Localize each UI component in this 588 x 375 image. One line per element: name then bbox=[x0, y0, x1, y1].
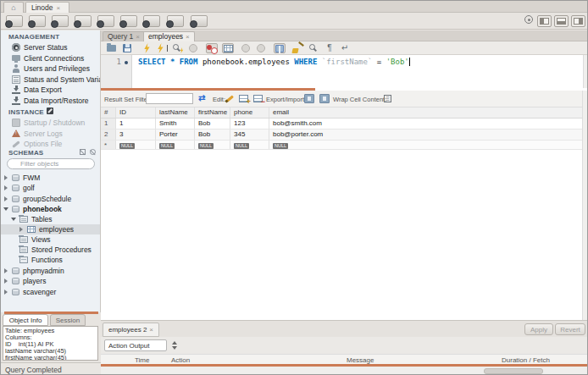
chevron-right-icon[interactable] bbox=[4, 175, 8, 180]
chevron-right-icon[interactable] bbox=[19, 227, 23, 232]
chevron-right-icon[interactable] bbox=[4, 290, 8, 295]
sidebar-item-users-privileges[interactable]: Users and Privileges bbox=[1, 63, 101, 74]
toggle-stop-on-error-icon[interactable] bbox=[206, 43, 218, 53]
cell-id[interactable]: 3 bbox=[116, 130, 156, 140]
save-script-icon[interactable] bbox=[122, 43, 134, 53]
export-recordset-icon[interactable] bbox=[304, 94, 314, 103]
execute-icon[interactable] bbox=[141, 43, 153, 53]
chevron-right-icon[interactable] bbox=[4, 278, 8, 284]
schema-tree-item-views[interactable]: Views bbox=[1, 234, 101, 245]
sidebar-item-client-connections[interactable]: Client Connections bbox=[1, 53, 101, 63]
create-procedure-icon[interactable] bbox=[143, 15, 160, 27]
sql-code-editor[interactable]: 1 SELECT * FROM phonebook.employees WHER… bbox=[101, 55, 588, 88]
create-schema-icon[interactable] bbox=[75, 15, 92, 27]
cell-email[interactable]: bob@porter.com bbox=[269, 130, 582, 140]
stop-icon[interactable] bbox=[188, 43, 200, 53]
revert-button[interactable]: Revert bbox=[555, 323, 585, 335]
table-row[interactable]: 1 1 Smith Bob 123 bob@smith.com bbox=[101, 119, 582, 130]
schema-tree-item-phonebook[interactable]: phonebook bbox=[1, 204, 101, 214]
search-table-data-icon[interactable] bbox=[167, 15, 184, 27]
refresh-icon[interactable]: ⇄ bbox=[198, 93, 205, 102]
tab-query-1[interactable]: Query 1× bbox=[103, 31, 145, 41]
toggle-bottom-panel-button[interactable] bbox=[554, 15, 569, 27]
create-table-icon[interactable] bbox=[97, 15, 114, 27]
chevron-right-icon[interactable] bbox=[4, 185, 8, 190]
result-side-panel-strip[interactable] bbox=[582, 91, 588, 320]
close-icon[interactable]: × bbox=[57, 4, 61, 12]
schema-filter-input[interactable] bbox=[7, 158, 95, 169]
cell-null[interactable]: NULL bbox=[195, 141, 230, 149]
sidebar-item-options-file[interactable]: Options File bbox=[1, 139, 101, 149]
schema-tree-item-fwm[interactable]: FWM bbox=[1, 173, 101, 183]
column-header-lastname[interactable]: lastName bbox=[156, 108, 195, 118]
schema-tree-item-phpmyadmin[interactable]: phpmyadmin bbox=[1, 266, 101, 276]
wrap-text-icon[interactable]: ↵ bbox=[339, 43, 351, 53]
column-header-duration[interactable]: Duration / Fetch bbox=[502, 356, 550, 364]
toggle-autocommit-icon[interactable] bbox=[274, 43, 286, 53]
open-sql-script-icon[interactable] bbox=[29, 15, 46, 27]
cell-null[interactable]: NULL bbox=[269, 141, 582, 149]
column-header-action[interactable]: Action bbox=[171, 356, 190, 364]
open-script-icon[interactable] bbox=[106, 43, 118, 53]
column-header-phone[interactable]: phone bbox=[230, 108, 269, 118]
expand-schemas-icon[interactable] bbox=[80, 149, 86, 155]
sidebar-item-data-export[interactable]: Data Export bbox=[1, 85, 101, 95]
cell-firstname[interactable]: Bob bbox=[195, 119, 230, 129]
cell-email[interactable]: bob@smith.com bbox=[269, 119, 582, 129]
wrap-cell-content-icon[interactable]: Ξ bbox=[384, 95, 391, 102]
output-selector[interactable]: Action Output bbox=[104, 339, 167, 351]
cell-phone[interactable]: 123 bbox=[230, 119, 269, 129]
close-icon[interactable]: × bbox=[186, 33, 190, 41]
rollback-icon[interactable] bbox=[256, 43, 268, 53]
delete-row-icon[interactable] bbox=[253, 95, 263, 102]
toggle-right-panel-button[interactable] bbox=[571, 15, 585, 27]
import-records-icon[interactable] bbox=[319, 94, 330, 103]
schema-tree-item-employees[interactable]: employees bbox=[1, 224, 101, 234]
schema-tree-item-functions[interactable]: Functions bbox=[1, 255, 101, 265]
cell-phone[interactable]: 345 bbox=[230, 130, 269, 140]
schema-tree-item-stored-procedures[interactable]: Stored Procedures bbox=[1, 245, 101, 255]
limit-rows-icon[interactable] bbox=[222, 43, 234, 53]
scrollbar-thumb[interactable] bbox=[484, 368, 543, 374]
chevron-down-icon[interactable] bbox=[11, 218, 16, 221]
sidebar-item-data-import-restore[interactable]: Data Import/Restore bbox=[1, 96, 101, 106]
new-sql-tab-icon[interactable] bbox=[6, 15, 23, 27]
output-selector-stepper[interactable] bbox=[170, 339, 178, 351]
invisible-characters-icon[interactable]: ¶ bbox=[324, 43, 336, 53]
cell-null[interactable]: NULL bbox=[156, 141, 195, 149]
tab-employees-2[interactable]: employees 2× bbox=[103, 323, 159, 337]
commit-icon[interactable] bbox=[241, 43, 252, 53]
apply-button[interactable]: Apply bbox=[524, 323, 553, 335]
chevron-right-icon[interactable] bbox=[4, 268, 8, 273]
execute-current-statement-icon[interactable] bbox=[157, 43, 169, 53]
cell-null[interactable]: NULL bbox=[230, 141, 269, 149]
column-header-message[interactable]: Message bbox=[347, 356, 374, 364]
cell-firstname[interactable]: Bob bbox=[195, 130, 230, 140]
close-icon[interactable]: × bbox=[136, 33, 140, 41]
chevron-down-icon[interactable] bbox=[3, 207, 8, 211]
schema-tree-item-groupschedule[interactable]: groupSchedule bbox=[1, 194, 101, 204]
column-header-time[interactable]: Time bbox=[135, 356, 149, 364]
preferences-icon[interactable] bbox=[524, 15, 533, 24]
sql-statement[interactable]: SELECT * FROM phonebook.employees WHERE … bbox=[138, 58, 410, 66]
refresh-schemas-icon[interactable] bbox=[90, 149, 96, 155]
column-header-id[interactable]: ID bbox=[116, 108, 156, 118]
explain-icon[interactable] bbox=[172, 43, 184, 53]
cell-lastname[interactable]: Smith bbox=[156, 119, 195, 129]
column-header-email[interactable]: email bbox=[269, 108, 582, 118]
output-horizontal-scrollbar[interactable] bbox=[101, 367, 588, 375]
sidebar-item-startup-shutdown[interactable]: Startup / Shutdown bbox=[1, 118, 101, 128]
schema-tree-item-players[interactable]: players bbox=[1, 276, 101, 286]
inspect-database-icon[interactable] bbox=[52, 15, 69, 27]
home-tab[interactable]: ⌂ bbox=[3, 2, 24, 13]
find-icon[interactable] bbox=[308, 43, 320, 53]
table-row-new[interactable]: * NULL NULL NULL NULL NULL bbox=[101, 141, 582, 150]
beautify-script-icon[interactable] bbox=[292, 43, 304, 53]
connection-tab[interactable]: Linode× bbox=[25, 2, 69, 13]
close-icon[interactable]: × bbox=[149, 326, 153, 334]
cell-lastname[interactable]: Porter bbox=[156, 130, 195, 140]
chevron-right-icon[interactable] bbox=[4, 196, 8, 201]
schema-tree-item-scavenger[interactable]: scavenger bbox=[1, 287, 101, 297]
create-view-icon[interactable] bbox=[120, 15, 137, 27]
add-row-icon[interactable] bbox=[239, 95, 248, 102]
